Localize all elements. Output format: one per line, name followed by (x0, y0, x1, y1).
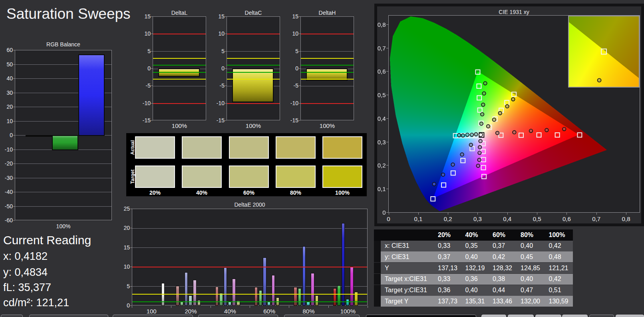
bottom-tab-11[interactable] (589, 315, 614, 317)
table-cell: 0,42 (549, 275, 561, 283)
cie-xtick-label: 0,7 (592, 215, 600, 222)
limit-line (153, 72, 206, 73)
swatch-target-40% (182, 165, 222, 188)
cie-ytick (386, 95, 388, 95)
deltae-group-label: 20% (185, 308, 197, 315)
deltae-bar-60%-red (254, 287, 258, 306)
table-cell: 0,48 (549, 253, 561, 261)
delta-ytick-label: 10 (144, 30, 151, 37)
delta-plot-deltah (300, 16, 354, 120)
actual-vs-target-swatch-panel: 20%40%60%80%100%ActualTarget (126, 133, 367, 196)
deltae-ytick (130, 228, 132, 228)
reading-fl: fL: 35,377 (3, 281, 51, 294)
table-header-40%: 40% (465, 231, 478, 239)
bottom-tab-6[interactable] (366, 315, 476, 317)
delta-chart-title-deltal: DeltaL (171, 10, 187, 16)
table-row-y-cie31: y: CIE310,370,400,420,450,48 (374, 251, 573, 262)
table-row-stub (374, 263, 381, 273)
rgb-ytick-label: -50 (5, 203, 13, 209)
cie-xtick-label: 0,3 (473, 215, 482, 222)
bottom-tab-12[interactable] (616, 315, 644, 317)
deltae-xtick (250, 306, 250, 308)
rgb-ytick (13, 107, 15, 107)
deltae-ytick (130, 286, 132, 287)
bottom-tab-8[interactable] (508, 315, 534, 317)
cie-zoom-inset (568, 16, 640, 88)
table-header-80%: 80% (521, 231, 533, 239)
cie-ytick (386, 165, 388, 165)
saturation-sweeps-page: Saturation Sweeps RGB Balance60504030201… (0, 0, 644, 317)
delta-ytick (299, 16, 300, 17)
table-row-stub (374, 296, 381, 307)
table-row-target-y: Target Y137,73135,31133,46132,00130,59 (374, 296, 573, 307)
swatch-actual-60% (229, 136, 269, 159)
cie-ytick (386, 48, 388, 48)
bottom-tab-9[interactable] (535, 315, 561, 317)
table-cell: 121,21 (549, 265, 568, 272)
delta-ytick-label: -15 (290, 117, 298, 124)
bottom-tab-5[interactable] (284, 315, 360, 317)
delta-plot-deltal (153, 16, 206, 120)
bottom-tab-2[interactable] (29, 315, 108, 317)
cie-xtick (596, 213, 597, 215)
limit-line (301, 79, 354, 80)
bottom-tab-1[interactable] (1, 315, 23, 317)
limit-line (132, 301, 367, 302)
delta-ytick-label: 15 (292, 13, 298, 20)
reading-cdm2: cd/m²: 121,21 (3, 297, 69, 309)
delta-ytick (151, 120, 153, 121)
deltae-ytick (130, 267, 132, 267)
table-header-20%: 20% (438, 231, 451, 239)
delta-ytick-label: -5 (146, 82, 151, 89)
deltae-bar-100%-magenta (350, 266, 353, 306)
deltae-bar-60%-green (259, 290, 262, 306)
bottom-tab-3[interactable] (113, 315, 193, 317)
bottom-tab-4[interactable] (198, 315, 278, 317)
deltae-group-label: 40% (224, 308, 236, 315)
table-row-stub (374, 251, 381, 262)
limit-line (301, 34, 354, 34)
limit-line (227, 58, 280, 59)
deltae-ytick (130, 209, 132, 209)
reading-x: x: 0,4182 (3, 250, 48, 263)
rgb-ytick-label: -20 (5, 160, 13, 167)
rgb-ytick (13, 78, 15, 79)
table-cell: 0,35 (465, 242, 478, 249)
limit-line (227, 103, 280, 104)
cie-xtick-label: 0,4 (503, 215, 511, 222)
cie-ytick (386, 118, 388, 119)
delta-ytick-label: 15 (144, 13, 151, 20)
delta-ytick-label: 5 (147, 48, 151, 54)
cie-ytick-label: 0,1 (378, 185, 386, 192)
table-header-100%: 100% (549, 231, 565, 239)
deltae-ytick (130, 247, 132, 248)
swatch-actual-20% (135, 136, 175, 159)
cie-xtick (537, 213, 537, 215)
delta-ytick-label: -15 (143, 117, 151, 124)
delta-ytick (151, 86, 153, 86)
limit-line (301, 65, 354, 66)
table-cell: 0,36 (438, 287, 450, 294)
delta-ytick-label: -10 (290, 100, 298, 106)
deltae-bar-40%-green (219, 293, 223, 306)
swatch-actual-80% (276, 136, 316, 159)
rgb-ytick-label: 20 (6, 104, 13, 110)
cie-chart-area: CIE 1931 xy00,10,20,30,40,50,60,70,800,1… (377, 6, 641, 223)
bottom-tab-10[interactable] (562, 315, 588, 317)
rgb-balance-title: RGB Balance (46, 41, 80, 48)
rgb-bar-red (26, 135, 52, 137)
cie-ytick-label: 0,6 (378, 68, 386, 75)
gridline (132, 228, 367, 229)
limit-line (227, 34, 280, 34)
deltae-group-label: 80% (302, 308, 314, 315)
deltae-xtick (211, 306, 211, 308)
table-cell: 0,44 (493, 287, 505, 294)
deltae-ytick-label: 5 (127, 283, 130, 289)
deltae-group-label: 100 (147, 308, 157, 315)
table-cell: 0,42 (493, 253, 505, 261)
cie-xtick (626, 213, 626, 215)
delta-ytick (225, 120, 227, 121)
bottom-tab-7[interactable] (481, 315, 506, 317)
rgb-ytick-label: 60 (6, 47, 13, 53)
delta-ytick (225, 34, 227, 34)
